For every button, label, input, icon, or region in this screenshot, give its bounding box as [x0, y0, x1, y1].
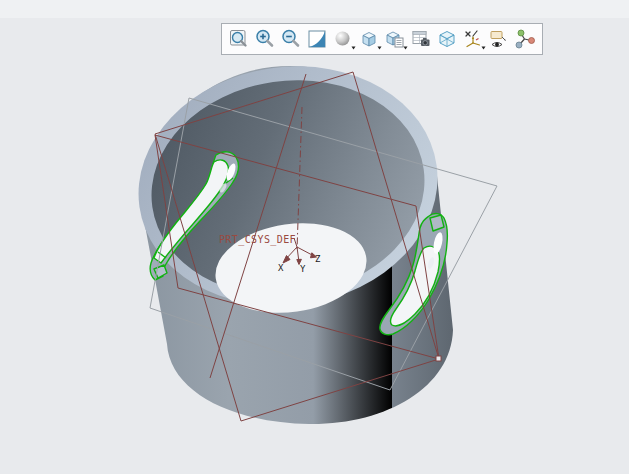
annotation-display-icon	[488, 28, 510, 50]
zoom-refit-button[interactable]	[226, 26, 252, 52]
csys-z-label: Z	[315, 254, 321, 264]
view-manager-icon	[436, 28, 458, 50]
csys-label[interactable]: PRT_CSYS_DEF	[219, 234, 296, 246]
view-images-icon	[410, 28, 432, 50]
display-style-button[interactable]	[356, 26, 382, 52]
shading-mode-button[interactable]	[330, 26, 356, 52]
spin-center-icon	[514, 28, 536, 50]
spin-center-button[interactable]	[512, 26, 538, 52]
csys-y-label: Y	[300, 264, 306, 274]
cad-window: PRT_CSYS_DEF X Y Z	[0, 0, 629, 474]
view-images-button[interactable]	[408, 26, 434, 52]
zoom-in-button[interactable]	[252, 26, 278, 52]
graphics-area[interactable]: PRT_CSYS_DEF X Y Z	[0, 18, 629, 474]
zoom-out-button[interactable]	[278, 26, 304, 52]
csys-x-label: X	[278, 263, 284, 273]
repaint-icon	[306, 28, 328, 50]
view-manager-button[interactable]	[434, 26, 460, 52]
view-toolbar	[221, 23, 543, 55]
model-view: PRT_CSYS_DEF X Y Z	[0, 18, 629, 474]
repaint-button[interactable]	[304, 26, 330, 52]
zoom-in-icon	[254, 28, 276, 50]
zoom-out-icon	[280, 28, 302, 50]
zoom-refit-icon	[228, 28, 250, 50]
datum-display-filters-button[interactable]	[460, 26, 486, 52]
annotation-display-button[interactable]	[486, 26, 512, 52]
datum-plane-corner-handle[interactable]	[436, 356, 441, 361]
saved-view-list-button[interactable]	[382, 26, 408, 52]
window-top-strip	[0, 0, 629, 18]
